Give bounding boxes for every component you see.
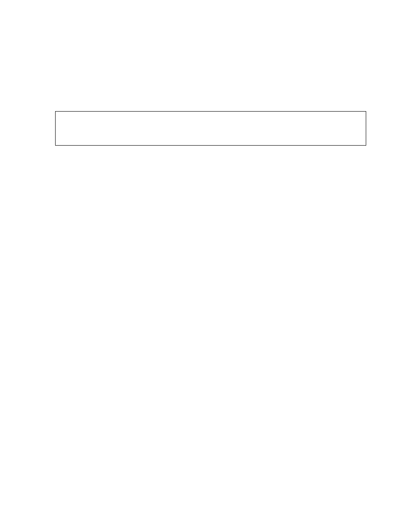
empty-box	[55, 111, 366, 146]
